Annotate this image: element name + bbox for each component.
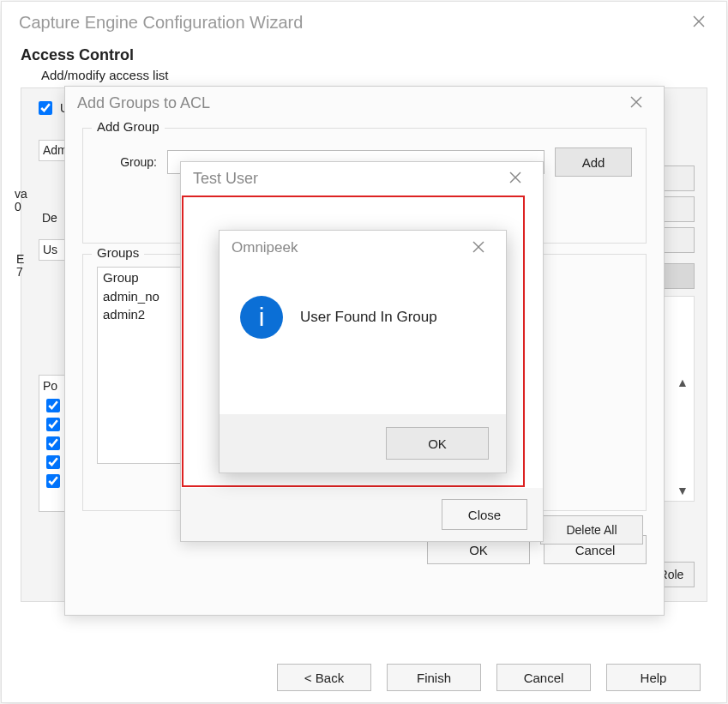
test-user-titlebar: Test User [181, 162, 543, 195]
policy-check-2[interactable] [46, 418, 60, 431]
policy-check-3[interactable] [46, 436, 60, 450]
message-text: User Found In Group [300, 309, 437, 326]
policy-header: Po [43, 379, 57, 393]
message-close-icon[interactable] [461, 240, 496, 256]
test-user-footer: Close [181, 488, 543, 541]
use-acl-checkbox[interactable] [39, 101, 52, 115]
info-icon: i [240, 296, 283, 339]
fragment-va: va0 [13, 188, 39, 222]
test-user-close-icon[interactable] [498, 171, 532, 186]
message-dialog: Omnipeek i User Found In Group OK [219, 230, 507, 473]
add-groups-close-icon[interactable] [619, 95, 653, 111]
fragment-e7: E7 [15, 253, 37, 287]
message-titlebar: Omnipeek [220, 231, 506, 265]
groups-legend: Groups [92, 245, 144, 260]
test-user-title: Test User [193, 170, 498, 188]
wizard-title: Capture Engine Configuration Wizard [19, 13, 682, 33]
back-button[interactable]: < Back [277, 664, 371, 691]
cancel-button[interactable]: Cancel [496, 664, 591, 691]
wizard-titlebar: Capture Engine Configuration Wizard [2, 2, 726, 43]
wizard-close-icon[interactable] [682, 15, 716, 30]
section-subtitle: Add/modify access list [41, 68, 707, 82]
policy-check-5[interactable] [46, 474, 60, 488]
group-label: Group: [97, 155, 157, 169]
help-button[interactable]: Help [606, 664, 701, 691]
add-groups-title: Add Groups to ACL [77, 94, 619, 112]
message-title: Omnipeek [232, 239, 461, 256]
finish-button[interactable]: Finish [387, 664, 481, 691]
add-button[interactable]: Add [555, 147, 632, 177]
add-groups-titlebar: Add Groups to ACL [65, 87, 664, 119]
test-user-close-button[interactable]: Close [442, 499, 527, 530]
scroll-up-icon[interactable]: ▲ [675, 376, 690, 389]
scroll-down-icon[interactable]: ▼ [675, 484, 690, 497]
wizard-footer: < Back Finish Cancel Help [2, 653, 726, 702]
policy-check-1[interactable] [46, 399, 60, 412]
message-footer: OK [220, 414, 506, 472]
policy-check-4[interactable] [46, 455, 60, 469]
delete-all-button[interactable]: Delete All [540, 515, 643, 545]
section-title: Access Control [21, 46, 707, 64]
message-ok-button[interactable]: OK [386, 427, 489, 460]
add-group-legend: Add Group [92, 119, 165, 134]
